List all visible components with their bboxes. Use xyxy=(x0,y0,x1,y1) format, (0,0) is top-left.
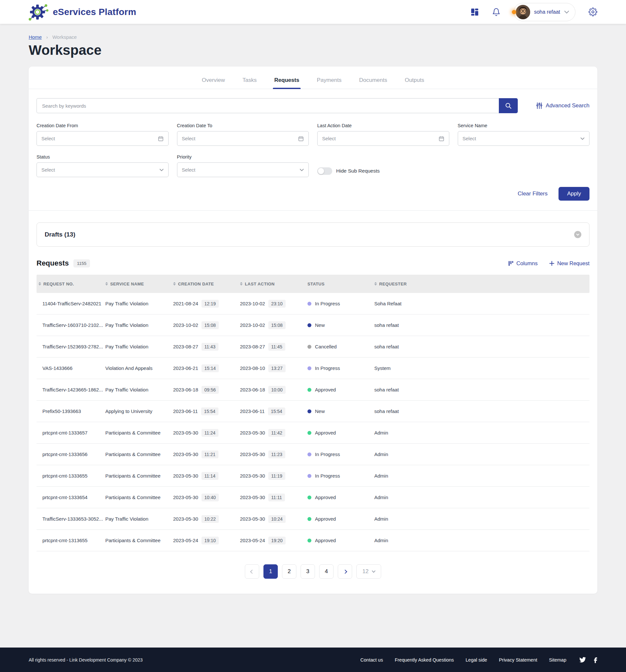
calendar-icon xyxy=(158,136,164,142)
page-title: Workspace xyxy=(29,42,597,58)
page-size-select[interactable]: 12 xyxy=(356,565,381,579)
footer-link[interactable]: Legal side xyxy=(466,657,487,663)
column-header[interactable]: STATUS xyxy=(305,282,372,286)
prev-page-button[interactable] xyxy=(245,565,259,579)
sort-icon[interactable] xyxy=(240,282,243,285)
creation-date-to-input[interactable]: Select xyxy=(177,131,309,146)
hide-sub-requests-toggle[interactable] xyxy=(317,167,332,175)
page-number-button[interactable]: 1 xyxy=(264,565,278,579)
sort-icon[interactable] xyxy=(173,282,176,285)
service-name-select[interactable]: Select xyxy=(458,131,590,146)
tab[interactable]: Tasks xyxy=(241,74,258,89)
tab[interactable]: Requests xyxy=(273,74,301,89)
page-number-button[interactable]: 4 xyxy=(319,565,333,579)
footer-link[interactable]: Sitemap xyxy=(549,657,566,663)
cell-service-name: Pay Traffic Violation xyxy=(103,516,171,522)
table-row[interactable]: Prefix50-1393663 Applying to University … xyxy=(36,401,590,422)
settings-gear-icon[interactable] xyxy=(589,7,597,16)
notifications-bell-icon[interactable] xyxy=(492,8,500,16)
priority-select[interactable]: Select xyxy=(177,163,309,177)
footer-link[interactable]: Contact us xyxy=(360,657,383,663)
drafts-accordion[interactable]: Drafts (13) xyxy=(36,222,590,247)
advanced-search-button[interactable]: Advanced Search xyxy=(536,102,590,109)
last-action-date-input[interactable]: Select xyxy=(317,131,449,146)
cell-request-no: 11404-TrafficServ-2482021 xyxy=(36,301,103,306)
cell-request-no: Prefix50-1393663 xyxy=(36,408,103,414)
requests-count-badge: 1155 xyxy=(73,259,90,267)
tab-bar: Overview Tasks Requests Payments Documen… xyxy=(29,67,597,89)
cell-creation-date: 2023-10-02 15:08 xyxy=(171,321,238,329)
column-header[interactable]: CREATION DATE xyxy=(171,282,238,286)
table-row[interactable]: prtcpnt-cmt-1333655 Participants & Commi… xyxy=(36,465,590,487)
table-row[interactable]: 11404-TrafficServ-2482021 Pay Traffic Vi… xyxy=(36,293,590,314)
cell-last-action: 2023-05-30 10:24 xyxy=(238,515,305,523)
last-action-date: 2023-05-30 xyxy=(240,452,265,457)
apps-grid-icon[interactable] xyxy=(471,8,479,16)
sort-icon[interactable] xyxy=(39,282,41,285)
table-row[interactable]: prtcpnt-cmt-1333654 Participants & Commi… xyxy=(36,487,590,508)
brand-logo[interactable]: eServices Platform xyxy=(29,3,136,22)
creation-date: 2023-06-11 xyxy=(173,408,198,414)
columns-button[interactable]: Columns xyxy=(508,260,537,266)
status-label: New xyxy=(315,322,325,328)
footer-link[interactable]: Privacy Statement xyxy=(499,657,537,663)
footer-link[interactable]: Frequently Asked Questions xyxy=(395,657,454,663)
page-number-button[interactable]: 3 xyxy=(301,565,315,579)
tab[interactable]: Overview xyxy=(201,74,226,89)
drafts-expand-icon[interactable] xyxy=(574,231,581,238)
avatar xyxy=(516,5,530,19)
copyright-text: All rights reserved - Link Development C… xyxy=(29,657,143,663)
cell-creation-date: 2023-05-30 10:22 xyxy=(171,515,238,523)
filter-service-name: Service Name Select xyxy=(458,123,590,146)
table-row[interactable]: prtcpnt-cmt-1333656 Participants & Commi… xyxy=(36,443,590,465)
last-action-time-badge: 11:42 xyxy=(268,429,285,437)
drafts-label: Drafts (13) xyxy=(45,231,75,238)
column-header[interactable]: REQUEST NO. xyxy=(36,282,103,286)
status-select[interactable]: Select xyxy=(36,163,169,177)
cell-service-name: Violation And Appeals xyxy=(103,365,171,371)
search-input[interactable] xyxy=(36,98,499,113)
table-row[interactable]: prtcpnt-cmt-1333657 Participants & Commi… xyxy=(36,422,590,443)
creation-time-badge: 10:40 xyxy=(201,494,219,501)
table-row[interactable]: VAS-1433666 Violation And Appeals 2023-0… xyxy=(36,358,590,379)
table-row[interactable]: TrafficServ-1333653-3052... Pay Traffic … xyxy=(36,508,590,530)
last-action-time-badge: 11:11 xyxy=(268,494,285,501)
table-row[interactable]: TrafficServ-1603710-2102... Pay Traffic … xyxy=(36,314,590,336)
cell-last-action: 2023-10-02 23:10 xyxy=(238,300,305,308)
status-label: In Progress xyxy=(315,452,340,457)
new-request-button[interactable]: New Request xyxy=(549,260,590,266)
tab[interactable]: Outputs xyxy=(403,74,425,89)
page-number-button[interactable]: 2 xyxy=(282,565,296,579)
breadcrumb-home-link[interactable]: Home xyxy=(29,34,42,40)
tab[interactable]: Payments xyxy=(316,74,343,89)
table-row[interactable]: TrafficServ-1523693-2782... Pay Traffic … xyxy=(36,336,590,358)
cell-request-no: TrafficServ-1603710-2102... xyxy=(36,322,103,328)
chevron-left-icon xyxy=(250,570,254,574)
apply-button[interactable]: Apply xyxy=(558,187,590,201)
clear-filters-button[interactable]: Clear Filters xyxy=(518,191,548,197)
gear-circuit-logo-icon xyxy=(29,3,49,22)
sort-icon[interactable] xyxy=(374,282,377,285)
table-row[interactable]: prtcpnt-cmt-1313655 Participants & Commi… xyxy=(36,530,590,551)
table-row[interactable]: TrafficServ-1423665-1862... Pay Traffic … xyxy=(36,379,590,401)
cell-service-name: Pay Traffic Violation xyxy=(103,301,171,306)
status-dot-icon xyxy=(307,517,311,521)
column-header[interactable]: SERVICE NAME xyxy=(103,282,171,286)
creation-date-from-input[interactable]: Select xyxy=(36,131,169,146)
chevron-down-icon xyxy=(564,10,569,14)
column-header[interactable]: LAST ACTION xyxy=(238,282,305,286)
sort-icon[interactable] xyxy=(105,282,108,285)
tab[interactable]: Documents xyxy=(358,74,388,89)
last-action-time-badge: 11:19 xyxy=(268,472,285,480)
facebook-icon[interactable] xyxy=(594,657,597,663)
column-header[interactable]: REQUESTER xyxy=(372,282,590,286)
twitter-icon[interactable] xyxy=(579,657,586,663)
creation-date: 2023-10-02 xyxy=(173,322,198,328)
cell-requester: soha refaat xyxy=(372,408,590,414)
search-button[interactable] xyxy=(499,98,518,113)
next-page-button[interactable] xyxy=(338,565,352,579)
cell-service-name: Participants & Committee xyxy=(103,452,171,457)
status-dot-icon xyxy=(307,388,311,392)
user-menu[interactable]: soha refaat xyxy=(514,3,575,21)
creation-time-badge: 10:22 xyxy=(201,515,219,523)
